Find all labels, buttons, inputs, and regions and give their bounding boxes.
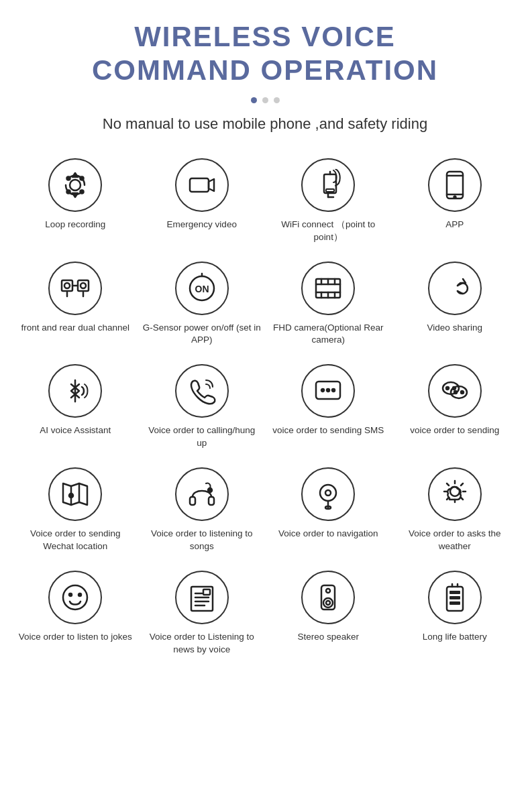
svg-line-65 [461, 498, 463, 500]
feature-item-video-sharing: Video sharing [393, 256, 517, 353]
g-sensor-label: G-Sensor power on/off (set in APP) [143, 322, 262, 347]
svg-rect-52 [190, 497, 195, 505]
svg-rect-86 [449, 601, 460, 605]
svg-rect-76 [203, 589, 210, 595]
phone-icon [175, 364, 229, 418]
news-icon [175, 571, 229, 624]
emergency-video-label: Emergency video [167, 219, 237, 231]
svg-point-40 [321, 389, 324, 392]
dot-2 [262, 97, 268, 103]
svg-line-66 [461, 483, 463, 485]
voice-sms-label: voice order to sending SMS [272, 424, 384, 437]
feature-item-stereo-speaker: Stereo speaker [266, 565, 390, 662]
voice-sending-label: voice order to sending [410, 424, 499, 437]
feature-grid: Loop recording Emergency video WiFi conn… [13, 153, 517, 662]
feature-item-voice-songs: Voice order to listening to songs [140, 462, 264, 559]
feature-item-app: APP [393, 153, 517, 249]
navigation-icon [301, 467, 355, 521]
svg-point-1 [67, 176, 70, 180]
fhd-camera-label: FHD camera(Optional Rear camera) [269, 322, 388, 347]
weather-icon [428, 467, 482, 521]
svg-point-41 [327, 389, 329, 392]
svg-rect-84 [449, 591, 460, 594]
svg-point-68 [63, 585, 87, 610]
feature-item-voice-weather: Voice order to asks the weather [393, 462, 517, 559]
svg-marker-8 [209, 179, 214, 191]
feature-item-voice-jokes: Voice order to listen to jokes [13, 565, 138, 662]
svg-point-17 [454, 196, 456, 198]
svg-point-69 [69, 593, 72, 596]
app-icon [428, 158, 482, 212]
svg-point-48 [461, 391, 464, 394]
svg-point-47 [454, 391, 457, 394]
loop-recording-label: Loop recording [45, 219, 105, 231]
voice-calling-label: Voice order to calling/hung up [143, 424, 262, 450]
svg-text:ON: ON [195, 284, 209, 294]
svg-marker-6 [72, 193, 78, 197]
svg-point-70 [78, 593, 81, 596]
svg-point-79 [326, 601, 330, 605]
feature-item-voice-calling: Voice order to calling/hung up [140, 359, 264, 455]
svg-point-56 [325, 490, 331, 496]
headphone-icon [175, 467, 229, 521]
share-icon [428, 262, 482, 315]
svg-point-42 [332, 389, 335, 392]
map-icon [48, 467, 102, 521]
feature-item-emergency-video: Emergency video [140, 153, 264, 249]
feature-item-wifi-connect: WiFi connect （point to point） [266, 153, 390, 249]
feature-item-ai-voice: AI voice Assistant [13, 359, 138, 455]
feature-item-voice-navigation: Voice order to navigation [266, 462, 390, 559]
stereo-speaker-label: Stereo speaker [297, 631, 359, 644]
front-rear-dual-label: front and rear dual channel [21, 322, 129, 335]
svg-rect-53 [209, 497, 214, 505]
voice-weather-label: Voice order to asks the weather [396, 528, 515, 553]
feature-item-long-battery: Long life battery [393, 565, 517, 662]
video-sharing-label: Video sharing [427, 322, 482, 335]
svg-point-78 [323, 598, 333, 607]
feature-item-fhd-camera: FHD camera(Optional Rear camera) [266, 256, 390, 353]
dot-1 [251, 97, 257, 103]
svg-point-44 [446, 387, 449, 390]
battery-icon [428, 571, 482, 624]
speaker-icon [301, 571, 355, 624]
emoji-icon [48, 571, 102, 624]
svg-point-19 [64, 283, 70, 288]
pagination-dots [251, 97, 280, 103]
video-icon [175, 158, 229, 212]
voice-songs-label: Voice order to listening to songs [143, 528, 262, 553]
feature-item-loop-recording: Loop recording [13, 153, 138, 249]
app-label: APP [445, 219, 464, 231]
svg-rect-18 [62, 280, 72, 291]
bluetooth-icon [48, 364, 102, 418]
feature-item-voice-news: Voice order to Listening to news by voic… [140, 565, 264, 662]
svg-rect-85 [449, 596, 460, 599]
voice-jokes-label: Voice order to listen to jokes [19, 631, 132, 644]
gsensor-icon: ON [175, 262, 229, 315]
feature-item-front-rear-dual: front and rear dual channel [13, 256, 138, 353]
svg-marker-5 [72, 173, 78, 177]
loop-icon [48, 158, 102, 212]
voice-news-label: Voice order to Listening to news by voic… [143, 631, 262, 656]
wifi-icon [301, 158, 355, 212]
page-title: WIRELESS VOICE COMMAND OPERATION [92, 20, 438, 88]
sms-icon [301, 364, 355, 418]
svg-rect-7 [190, 178, 209, 192]
svg-point-51 [69, 494, 73, 498]
svg-point-0 [70, 180, 81, 190]
svg-point-2 [81, 190, 84, 193]
svg-point-80 [326, 589, 330, 593]
wifi-connect-label: WiFi connect （point to point） [269, 219, 388, 244]
dot-3 [274, 97, 280, 103]
feature-item-g-sensor: ON G-Sensor power on/off (set in APP) [140, 256, 264, 353]
svg-line-64 [447, 483, 449, 485]
feature-item-voice-sending: voice order to sending [393, 359, 517, 455]
svg-rect-20 [78, 280, 89, 291]
long-battery-label: Long life battery [423, 631, 487, 644]
svg-rect-11 [326, 189, 334, 192]
dual-icon [48, 262, 102, 315]
voice-wechat-label: Voice order to sending Wechat location [16, 528, 135, 553]
wechat-icon [428, 364, 482, 418]
voice-navigation-label: Voice order to navigation [278, 528, 378, 540]
subtitle: No manual to use mobile phone ,and safet… [103, 115, 427, 133]
svg-point-21 [81, 283, 86, 288]
